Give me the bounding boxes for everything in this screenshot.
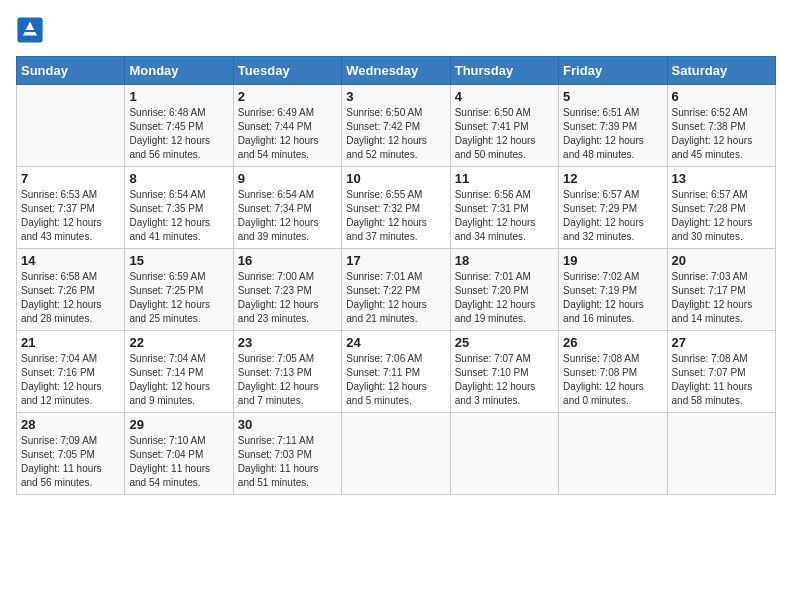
calendar-cell xyxy=(17,85,125,167)
calendar-header: SundayMondayTuesdayWednesdayThursdayFrid… xyxy=(17,57,776,85)
day-number: 10 xyxy=(346,171,445,186)
day-info: Sunrise: 6:50 AM Sunset: 7:42 PM Dayligh… xyxy=(346,106,445,162)
calendar-cell: 7Sunrise: 6:53 AM Sunset: 7:37 PM Daylig… xyxy=(17,167,125,249)
day-info: Sunrise: 6:48 AM Sunset: 7:45 PM Dayligh… xyxy=(129,106,228,162)
day-number: 19 xyxy=(563,253,662,268)
day-info: Sunrise: 7:04 AM Sunset: 7:14 PM Dayligh… xyxy=(129,352,228,408)
day-number: 12 xyxy=(563,171,662,186)
calendar-cell xyxy=(559,413,667,495)
day-number: 3 xyxy=(346,89,445,104)
calendar-cell: 12Sunrise: 6:57 AM Sunset: 7:29 PM Dayli… xyxy=(559,167,667,249)
calendar-cell xyxy=(342,413,450,495)
calendar-body: 1Sunrise: 6:48 AM Sunset: 7:45 PM Daylig… xyxy=(17,85,776,495)
page-header xyxy=(16,16,776,44)
day-number: 17 xyxy=(346,253,445,268)
day-number: 1 xyxy=(129,89,228,104)
calendar-cell: 3Sunrise: 6:50 AM Sunset: 7:42 PM Daylig… xyxy=(342,85,450,167)
calendar-cell: 29Sunrise: 7:10 AM Sunset: 7:04 PM Dayli… xyxy=(125,413,233,495)
calendar-cell: 21Sunrise: 7:04 AM Sunset: 7:16 PM Dayli… xyxy=(17,331,125,413)
day-info: Sunrise: 6:50 AM Sunset: 7:41 PM Dayligh… xyxy=(455,106,554,162)
day-number: 27 xyxy=(672,335,771,350)
calendar-cell: 6Sunrise: 6:52 AM Sunset: 7:38 PM Daylig… xyxy=(667,85,775,167)
day-number: 20 xyxy=(672,253,771,268)
day-number: 6 xyxy=(672,89,771,104)
day-info: Sunrise: 6:51 AM Sunset: 7:39 PM Dayligh… xyxy=(563,106,662,162)
header-day: Thursday xyxy=(450,57,558,85)
day-info: Sunrise: 6:56 AM Sunset: 7:31 PM Dayligh… xyxy=(455,188,554,244)
calendar-cell: 30Sunrise: 7:11 AM Sunset: 7:03 PM Dayli… xyxy=(233,413,341,495)
calendar-cell: 1Sunrise: 6:48 AM Sunset: 7:45 PM Daylig… xyxy=(125,85,233,167)
calendar-cell: 22Sunrise: 7:04 AM Sunset: 7:14 PM Dayli… xyxy=(125,331,233,413)
header-day: Friday xyxy=(559,57,667,85)
day-number: 22 xyxy=(129,335,228,350)
day-number: 25 xyxy=(455,335,554,350)
day-info: Sunrise: 7:00 AM Sunset: 7:23 PM Dayligh… xyxy=(238,270,337,326)
day-number: 26 xyxy=(563,335,662,350)
calendar-cell: 24Sunrise: 7:06 AM Sunset: 7:11 PM Dayli… xyxy=(342,331,450,413)
calendar-cell: 28Sunrise: 7:09 AM Sunset: 7:05 PM Dayli… xyxy=(17,413,125,495)
day-info: Sunrise: 6:54 AM Sunset: 7:35 PM Dayligh… xyxy=(129,188,228,244)
calendar-table: SundayMondayTuesdayWednesdayThursdayFrid… xyxy=(16,56,776,495)
day-info: Sunrise: 7:11 AM Sunset: 7:03 PM Dayligh… xyxy=(238,434,337,490)
calendar-cell: 5Sunrise: 6:51 AM Sunset: 7:39 PM Daylig… xyxy=(559,85,667,167)
day-info: Sunrise: 7:03 AM Sunset: 7:17 PM Dayligh… xyxy=(672,270,771,326)
day-number: 4 xyxy=(455,89,554,104)
day-info: Sunrise: 7:07 AM Sunset: 7:10 PM Dayligh… xyxy=(455,352,554,408)
day-number: 16 xyxy=(238,253,337,268)
day-info: Sunrise: 7:01 AM Sunset: 7:20 PM Dayligh… xyxy=(455,270,554,326)
day-info: Sunrise: 6:55 AM Sunset: 7:32 PM Dayligh… xyxy=(346,188,445,244)
calendar-cell: 2Sunrise: 6:49 AM Sunset: 7:44 PM Daylig… xyxy=(233,85,341,167)
calendar-cell: 9Sunrise: 6:54 AM Sunset: 7:34 PM Daylig… xyxy=(233,167,341,249)
calendar-week-row: 7Sunrise: 6:53 AM Sunset: 7:37 PM Daylig… xyxy=(17,167,776,249)
day-number: 13 xyxy=(672,171,771,186)
day-info: Sunrise: 7:04 AM Sunset: 7:16 PM Dayligh… xyxy=(21,352,120,408)
day-info: Sunrise: 7:08 AM Sunset: 7:08 PM Dayligh… xyxy=(563,352,662,408)
calendar-cell: 25Sunrise: 7:07 AM Sunset: 7:10 PM Dayli… xyxy=(450,331,558,413)
calendar-cell: 26Sunrise: 7:08 AM Sunset: 7:08 PM Dayli… xyxy=(559,331,667,413)
calendar-cell: 16Sunrise: 7:00 AM Sunset: 7:23 PM Dayli… xyxy=(233,249,341,331)
day-info: Sunrise: 7:06 AM Sunset: 7:11 PM Dayligh… xyxy=(346,352,445,408)
calendar-cell: 4Sunrise: 6:50 AM Sunset: 7:41 PM Daylig… xyxy=(450,85,558,167)
day-info: Sunrise: 7:02 AM Sunset: 7:19 PM Dayligh… xyxy=(563,270,662,326)
day-number: 7 xyxy=(21,171,120,186)
day-info: Sunrise: 6:52 AM Sunset: 7:38 PM Dayligh… xyxy=(672,106,771,162)
day-number: 29 xyxy=(129,417,228,432)
calendar-week-row: 28Sunrise: 7:09 AM Sunset: 7:05 PM Dayli… xyxy=(17,413,776,495)
day-number: 18 xyxy=(455,253,554,268)
day-number: 24 xyxy=(346,335,445,350)
calendar-cell: 11Sunrise: 6:56 AM Sunset: 7:31 PM Dayli… xyxy=(450,167,558,249)
day-number: 11 xyxy=(455,171,554,186)
calendar-cell: 15Sunrise: 6:59 AM Sunset: 7:25 PM Dayli… xyxy=(125,249,233,331)
day-info: Sunrise: 6:59 AM Sunset: 7:25 PM Dayligh… xyxy=(129,270,228,326)
calendar-cell: 10Sunrise: 6:55 AM Sunset: 7:32 PM Dayli… xyxy=(342,167,450,249)
day-info: Sunrise: 7:08 AM Sunset: 7:07 PM Dayligh… xyxy=(672,352,771,408)
day-number: 23 xyxy=(238,335,337,350)
day-info: Sunrise: 7:09 AM Sunset: 7:05 PM Dayligh… xyxy=(21,434,120,490)
calendar-week-row: 14Sunrise: 6:58 AM Sunset: 7:26 PM Dayli… xyxy=(17,249,776,331)
day-number: 14 xyxy=(21,253,120,268)
calendar-cell: 17Sunrise: 7:01 AM Sunset: 7:22 PM Dayli… xyxy=(342,249,450,331)
svg-rect-2 xyxy=(22,30,39,32)
calendar-cell: 13Sunrise: 6:57 AM Sunset: 7:28 PM Dayli… xyxy=(667,167,775,249)
calendar-cell: 23Sunrise: 7:05 AM Sunset: 7:13 PM Dayli… xyxy=(233,331,341,413)
calendar-cell: 27Sunrise: 7:08 AM Sunset: 7:07 PM Dayli… xyxy=(667,331,775,413)
logo-icon xyxy=(16,16,44,44)
day-info: Sunrise: 6:58 AM Sunset: 7:26 PM Dayligh… xyxy=(21,270,120,326)
calendar-cell: 14Sunrise: 6:58 AM Sunset: 7:26 PM Dayli… xyxy=(17,249,125,331)
calendar-cell: 19Sunrise: 7:02 AM Sunset: 7:19 PM Dayli… xyxy=(559,249,667,331)
day-number: 28 xyxy=(21,417,120,432)
day-info: Sunrise: 6:57 AM Sunset: 7:29 PM Dayligh… xyxy=(563,188,662,244)
day-number: 30 xyxy=(238,417,337,432)
day-number: 5 xyxy=(563,89,662,104)
header-row: SundayMondayTuesdayWednesdayThursdayFrid… xyxy=(17,57,776,85)
day-info: Sunrise: 6:57 AM Sunset: 7:28 PM Dayligh… xyxy=(672,188,771,244)
calendar-cell xyxy=(450,413,558,495)
day-number: 9 xyxy=(238,171,337,186)
day-info: Sunrise: 7:10 AM Sunset: 7:04 PM Dayligh… xyxy=(129,434,228,490)
day-number: 8 xyxy=(129,171,228,186)
day-number: 2 xyxy=(238,89,337,104)
header-day: Tuesday xyxy=(233,57,341,85)
header-day: Sunday xyxy=(17,57,125,85)
logo xyxy=(16,16,48,44)
calendar-week-row: 21Sunrise: 7:04 AM Sunset: 7:16 PM Dayli… xyxy=(17,331,776,413)
